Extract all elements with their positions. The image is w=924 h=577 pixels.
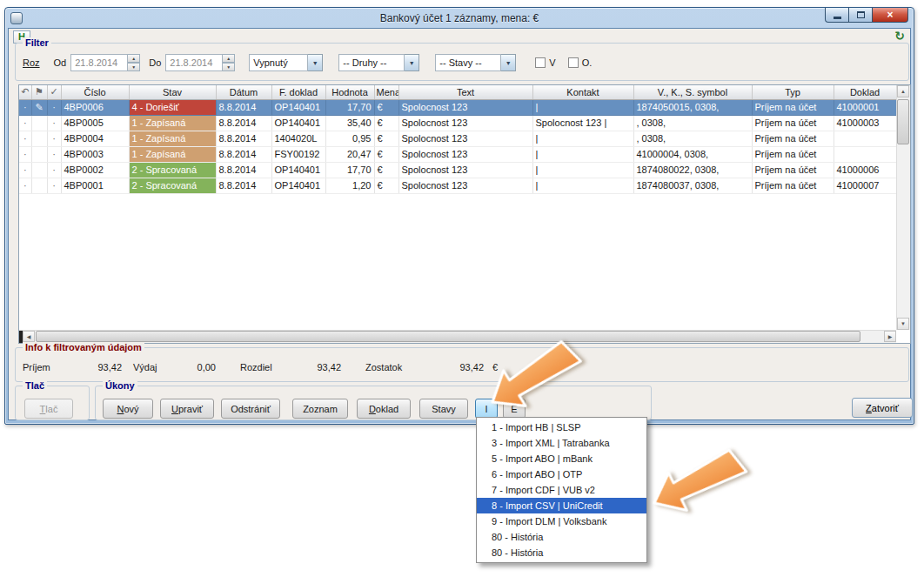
column-header[interactable]: F. doklad xyxy=(271,85,325,99)
cell-stav[interactable]: 1 - Zapísaná xyxy=(129,146,216,162)
menu-item[interactable]: 80 - História xyxy=(477,529,646,545)
cell-mena[interactable]: € xyxy=(374,146,398,162)
cell-cislo[interactable]: 4BP0001 xyxy=(61,178,129,193)
cell-text[interactable]: Spolocnost 123 xyxy=(398,178,532,193)
maximize-button[interactable] xyxy=(848,8,873,23)
list-button[interactable]: Zoznam xyxy=(292,399,348,419)
cell-fdoklad[interactable]: FSY00192 xyxy=(271,146,325,162)
roz-link[interactable]: Roz xyxy=(23,57,40,68)
cell-typ[interactable]: Príjem na účet xyxy=(752,178,834,193)
dot-icon[interactable]: · xyxy=(19,146,31,162)
menu-item[interactable]: 5 - Import ABO | mBank xyxy=(477,451,646,466)
column-header[interactable]: Stav xyxy=(129,85,216,99)
menu-item[interactable]: 3 - Import XML | Tatrabanka xyxy=(477,435,646,451)
column-header[interactable]: Hodnota xyxy=(325,85,374,99)
cell-hodnota[interactable]: 20,47 xyxy=(325,146,374,162)
vertical-scroll-thumb[interactable] xyxy=(897,99,909,144)
cell-fdoklad[interactable]: OP140401 xyxy=(271,162,325,178)
cell-stav[interactable]: 1 - Zapísaná xyxy=(129,131,216,146)
cell-typ[interactable]: Príjem na účet xyxy=(752,115,834,131)
cell-fdoklad[interactable]: OP140401 xyxy=(271,115,325,131)
export-button[interactable]: E xyxy=(503,399,526,419)
flag-icon[interactable]: ⚑ xyxy=(31,85,47,99)
column-header[interactable]: Číslo xyxy=(61,85,129,99)
chevron-down-icon[interactable]: ▼ xyxy=(501,54,516,71)
cell-mena[interactable]: € xyxy=(374,178,398,193)
cell-text[interactable]: Spolocnost 123 xyxy=(398,131,532,146)
cell-stav[interactable]: 4 - Doriešiť xyxy=(129,99,216,115)
cell-doklad[interactable]: 41000001 xyxy=(834,99,896,115)
chevron-down-icon[interactable]: ▼ xyxy=(405,54,419,71)
menu-item[interactable]: 7 - Import CDF | VUB v2 xyxy=(477,482,646,498)
table-row[interactable]: ··4BP00031 - Zapísaná8.8.2014FSY0019220,… xyxy=(19,146,896,162)
o-checkbox[interactable] xyxy=(568,57,579,68)
cell-typ[interactable]: Príjem na účet xyxy=(752,99,834,115)
cell-doklad[interactable]: 41000007 xyxy=(834,178,896,193)
scroll-right-icon[interactable]: ▶ xyxy=(884,331,896,342)
druhy-combobox-value[interactable]: -- Druhy -- xyxy=(338,54,405,71)
menu-item[interactable]: 9 - Import DLM | Volksbank xyxy=(477,513,646,529)
cell-hodnota[interactable]: 0,95 xyxy=(325,131,374,146)
check-icon[interactable]: ✓ xyxy=(47,85,61,99)
dot-icon[interactable]: · xyxy=(19,162,31,178)
date-to-input[interactable]: 21.8.2014 xyxy=(165,54,223,71)
cell-cislo[interactable]: 4BP0006 xyxy=(61,99,129,115)
cell-typ[interactable]: Príjem na účet xyxy=(752,162,834,178)
cell-fdoklad[interactable]: OP140401 xyxy=(271,178,325,193)
cell-cislo[interactable]: 4BP0003 xyxy=(61,146,129,162)
dot-icon[interactable]: · xyxy=(19,178,31,193)
cell-text[interactable]: Spolocnost 123 xyxy=(398,162,532,178)
cell-kontakt[interactable]: | xyxy=(532,162,633,178)
new-button[interactable]: Nový xyxy=(103,399,153,419)
cell-kontakt[interactable]: Spolocnost 123 | xyxy=(532,115,633,131)
table-row[interactable]: ··4BP00041 - Zapísaná8.8.20141404020L0,9… xyxy=(19,131,896,146)
empty-icon-cell[interactable] xyxy=(31,131,47,146)
cell-hodnota[interactable]: 17,70 xyxy=(325,162,374,178)
minimize-button[interactable] xyxy=(825,8,849,23)
spin-down-icon[interactable]: ▼ xyxy=(128,63,140,71)
column-header[interactable]: Kontakt xyxy=(532,85,633,99)
column-header[interactable]: Typ xyxy=(752,85,834,99)
horizontal-scroll-thumb[interactable] xyxy=(36,331,860,342)
pencil-icon[interactable]: ✎ xyxy=(31,99,47,115)
cell-mena[interactable]: € xyxy=(374,115,398,131)
table-row[interactable]: ··4BP00012 - Spracovaná8.8.2014OP1404011… xyxy=(19,178,896,193)
close-button[interactable]: × xyxy=(872,8,908,23)
cell-datum[interactable]: 8.8.2014 xyxy=(216,146,271,162)
spin-up-icon[interactable]: ▲ xyxy=(223,54,235,63)
cell-text[interactable]: Spolocnost 123 xyxy=(398,115,532,131)
import-button[interactable]: I xyxy=(475,399,498,419)
cell-kontakt[interactable]: | xyxy=(532,178,633,193)
horizontal-scrollbar[interactable]: ◀ ▶ xyxy=(19,330,896,343)
chevron-down-icon[interactable]: ▼ xyxy=(308,54,323,71)
empty-icon-cell[interactable] xyxy=(31,162,47,178)
cell-cislo[interactable]: 4BP0005 xyxy=(61,115,129,131)
dot-icon[interactable]: · xyxy=(47,99,61,115)
dot-icon[interactable]: · xyxy=(19,115,31,131)
empty-icon-cell[interactable] xyxy=(31,178,47,193)
stavy-button[interactable]: Stavy xyxy=(419,399,468,419)
cell-stav[interactable]: 2 - Spracovaná xyxy=(129,178,216,193)
column-header[interactable]: Dátum xyxy=(216,85,271,99)
dot-icon[interactable]: · xyxy=(19,131,31,146)
dot-icon[interactable]: · xyxy=(47,131,61,146)
cell-doklad[interactable] xyxy=(834,131,896,146)
refresh-icon[interactable]: ↻ xyxy=(894,29,905,43)
column-header[interactable]: V., K., S. symbol xyxy=(633,85,752,99)
cell-kontakt[interactable]: | xyxy=(532,99,633,115)
stavy-combobox-value[interactable]: -- Stavy -- xyxy=(435,54,501,71)
cell-datum[interactable]: 8.8.2014 xyxy=(216,131,271,146)
date-from-input[interactable]: 21.8.2014 xyxy=(70,54,128,71)
dot-icon[interactable]: · xyxy=(47,146,61,162)
empty-icon-cell[interactable] xyxy=(31,146,47,162)
doklad-button[interactable]: Doklad xyxy=(357,399,411,419)
cell-symbol[interactable]: 1874080022, 0308, xyxy=(633,162,752,178)
table-row[interactable]: ··4BP00051 - Zapísaná8.8.2014OP14040135,… xyxy=(19,115,896,131)
cell-symbol[interactable]: , 0308, xyxy=(633,131,752,146)
spin-down-icon[interactable]: ▼ xyxy=(223,63,235,71)
v-checkbox[interactable] xyxy=(535,57,546,68)
dot-icon[interactable]: · xyxy=(19,99,31,115)
cell-stav[interactable]: 2 - Spracovaná xyxy=(129,162,216,178)
cell-symbol[interactable]: 41000004, 0308, xyxy=(633,146,752,162)
cell-typ[interactable]: Príjem na účet xyxy=(752,131,834,146)
